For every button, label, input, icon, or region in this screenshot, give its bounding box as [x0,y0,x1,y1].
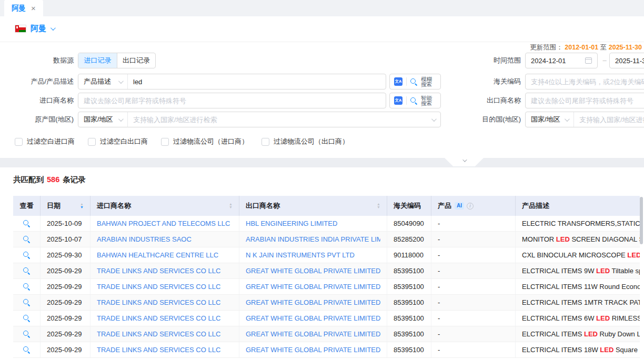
view-record-icon[interactable] [23,331,30,337]
checkbox-icon[interactable] [88,138,96,146]
importer-link[interactable]: BAHWAN HEALTHCARE CENTRE LLC [97,251,218,259]
hs-code-value: 85395100 [394,346,424,354]
column-header-importer[interactable]: 进口商名称 ▲▼ [90,196,239,216]
date-end-input[interactable]: 2025-11-30 [609,53,644,68]
record-date: 2025-09-29 [47,298,82,306]
product-value: - [438,220,440,227]
checkbox-filter-blank-exporter[interactable]: 过滤空白出口商 [88,137,148,146]
product-value: - [438,235,440,243]
origin-country-select[interactable]: 国家/地区 [78,112,128,127]
time-range-label: 时间范围 [476,53,521,68]
divider [406,77,407,86]
exporter-link[interactable]: HBL ENGINEERING LIMITED [246,220,337,227]
checkbox-icon[interactable] [261,138,269,146]
checkbox-filter-logistics-importer[interactable]: 过滤物流公司（进口商） [161,137,248,146]
column-header-exporter[interactable]: 出口商名称 ▲▼ [239,196,387,216]
product-input[interactable] [128,74,386,89]
record-date: 2025-09-29 [47,283,82,291]
exporter-link[interactable]: GREAT WHITE GLOBAL PRIVATE LIMITED [246,267,380,275]
product-description: ELCTRICAL ITEMS 1MTR TRACK PATT... [522,298,640,306]
product-value: - [438,267,440,275]
checkbox-filter-logistics-exporter[interactable]: 过滤物流公司（出口商） [261,137,349,146]
table-row: 2025-10-07 ARABIAN INDUSTRIES SAOC ARABI… [13,232,640,247]
importer-link[interactable]: TRADE LINKS AND SERVICES CO LLC [97,267,220,275]
exporter-link[interactable]: GREAT WHITE GLOBAL PRIVATE LIMITED [246,314,380,322]
collapse-form-button[interactable] [445,158,484,166]
importer-link[interactable]: TRADE LINKS AND SERVICES CO LLC [97,298,220,306]
sort-control-exporter[interactable]: ▲▼ [377,203,380,209]
importer-link[interactable]: TRADE LINKS AND SERVICES CO LLC [97,346,220,354]
column-header-hs-code: 海关编码 [387,196,431,216]
product-description: CXL BINOCULAR MICROSCOPE LED (... [522,251,640,259]
date-start-input[interactable]: 2024-12-01 [525,53,598,68]
hs-code-value: 85395100 [394,298,424,306]
importer-link[interactable]: TRADE LINKS AND SERVICES CO LLC [97,283,220,291]
exporter-link[interactable]: GREAT WHITE GLOBAL PRIVATE LIMITED [246,298,380,306]
magnifier-icon [410,78,417,85]
translate-icon[interactable]: 文A [394,96,402,105]
toggle-import-records[interactable]: 进口记录 [78,53,117,68]
sort-control-importer[interactable]: ▲▼ [229,203,233,209]
hs-code-input[interactable] [525,74,644,89]
destination-country-select[interactable]: 国家/地区 [526,112,574,127]
smart-search-label: 智能 搜索 [421,95,432,106]
product-description: ELCTRICAL ITEMS 11W Round Econo... [522,283,640,291]
sort-control-date[interactable]: ▲▼ [80,203,84,209]
checkbox-filter-blank-importer[interactable]: 过滤空白进口商 [15,137,75,146]
tab-oman[interactable]: 阿曼 × [4,0,43,16]
column-header-date[interactable]: 日期 ▲▼ [41,196,90,216]
view-record-icon[interactable] [23,315,30,322]
update-range: 更新范围： 2012-01-01 至 2025-11-30 [530,43,642,52]
exporter-link[interactable]: GREAT WHITE GLOBAL PRIVATE LIMITED [246,330,380,338]
scrollbar-thumb[interactable] [640,197,643,244]
record-date: 2025-09-29 [47,346,82,354]
checkbox-label: 过滤物流公司（出口商） [274,137,349,146]
country-selector[interactable]: 阿曼 [31,24,54,34]
smart-search-button[interactable]: 文A 智能 搜索 [389,93,441,108]
exporter-label: 出口商名称 [476,93,521,108]
summary-suffix: 条记录 [63,175,86,184]
table-row: 2025-09-29 TRADE LINKS AND SERVICES CO L… [13,342,640,358]
origin-country-type: 国家/地区 [84,115,113,124]
close-icon[interactable]: × [31,4,36,12]
info-icon[interactable]: i [467,203,474,210]
view-record-icon[interactable] [23,299,30,306]
product-value: - [438,346,440,354]
view-record-icon[interactable] [23,346,30,353]
product-type-select[interactable]: 产品描述 [78,74,128,89]
caret-down-icon: ▼ [377,206,380,209]
checkbox-label: 过滤物流公司（进口商） [173,137,248,146]
toggle-export-records[interactable]: 出口记录 [117,53,155,68]
view-record-icon[interactable] [23,267,30,274]
date-start-value: 2024-12-01 [531,57,566,65]
importer-link[interactable]: TRADE LINKS AND SERVICES CO LLC [97,330,220,338]
exporter-link[interactable]: ARABIAN INDUSTRIES INDIA PRIVATE LIMIT..… [246,235,380,243]
view-record-icon[interactable] [23,283,30,290]
importer-link[interactable]: ARABIAN INDUSTRIES SAOC [97,235,192,243]
product-value: - [438,251,440,259]
view-record-icon[interactable] [23,252,30,258]
fuzzy-search-label: 模糊 搜索 [421,76,432,87]
date-end-value: 2025-11-30 [615,57,644,65]
importer-input[interactable] [78,93,386,108]
exporter-input[interactable] [525,93,644,108]
record-date: 2025-09-29 [47,330,82,338]
fuzzy-search-button[interactable]: 文A 模糊 搜索 [389,74,441,89]
origin-country-input[interactable] [128,112,431,127]
checkbox-icon[interactable] [161,138,169,146]
chevron-down-icon [431,116,437,122]
country-name: 阿曼 [31,24,46,34]
origin-country-label: 原产国(地区) [4,112,74,127]
importer-link[interactable]: BAHWAN PROJECT AND TELECOMS LLC [97,220,230,227]
checkbox-icon[interactable] [15,138,23,146]
exporter-link[interactable]: N K JAIN INSTRUMENTS PVT LTD [246,251,355,259]
view-record-icon[interactable] [23,236,30,243]
destination-country-input[interactable] [574,112,644,127]
exporter-link[interactable]: GREAT WHITE GLOBAL PRIVATE LIMITED [246,283,380,291]
view-record-icon[interactable] [23,220,30,227]
translate-icon[interactable]: 文A [394,77,402,86]
exporter-link[interactable]: GREAT WHITE GLOBAL PRIVATE LIMITED [246,346,380,354]
importer-link[interactable]: TRADE LINKS AND SERVICES CO LLC [97,314,220,322]
table-row: 2025-09-29 TRADE LINKS AND SERVICES CO L… [13,295,640,311]
record-date: 2025-09-30 [47,251,82,259]
